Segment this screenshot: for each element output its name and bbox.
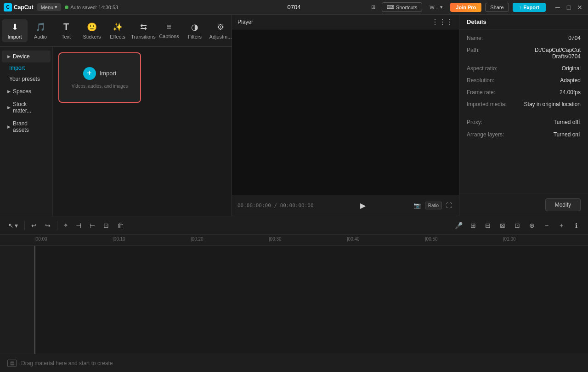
delete-button[interactable]: 🗑 bbox=[114, 220, 126, 231]
join-pro-button[interactable]: Join Pro bbox=[450, 3, 481, 12]
proxy-info-icon[interactable]: ℹ bbox=[578, 118, 581, 125]
timecode-current: 00:00:00:00 bbox=[237, 203, 271, 209]
timeline-info-button[interactable]: ℹ bbox=[570, 219, 582, 232]
player-menu-icon[interactable]: ⋮⋮⋮ bbox=[431, 17, 453, 26]
sidebar-section-brand: ▶ Brand assets bbox=[0, 118, 52, 136]
effects-icon: ✨ bbox=[113, 22, 123, 32]
import-plus-icon: + bbox=[83, 67, 96, 80]
ruler-mark-60: |01:00 bbox=[503, 237, 516, 242]
tab-adjustments[interactable]: ⚙ Adjustm... bbox=[208, 19, 232, 42]
trim-left-button[interactable]: ⊣ bbox=[73, 220, 84, 231]
sidebar-sub-import[interactable]: Import bbox=[0, 62, 52, 73]
timeline-mode-5-button[interactable]: ⊕ bbox=[526, 219, 538, 232]
proxy-label-val: Proxy: Turned off bbox=[467, 119, 578, 125]
detail-value-proxy: Turned off bbox=[508, 119, 578, 125]
fullscreen-button[interactable]: ⛶ bbox=[445, 201, 453, 210]
timeline-mode-4-button[interactable]: ⊡ bbox=[511, 219, 524, 232]
select-tool-button[interactable]: ↖ ▾ bbox=[6, 220, 21, 231]
details-header: Details bbox=[459, 15, 588, 29]
cursor-icon: ↖ bbox=[8, 222, 14, 229]
sidebar-item-spaces[interactable]: ▶ Spaces bbox=[2, 85, 51, 97]
window-controls: ─ □ ✕ bbox=[553, 3, 584, 12]
timecode-separator: / bbox=[274, 203, 280, 209]
project-title: 0704 bbox=[288, 4, 301, 11]
player-panel: Player ⋮⋮⋮ 00:00:00:00 / 00:00:00:00 ▶ 📷… bbox=[232, 15, 459, 216]
split-button[interactable]: ⌖ bbox=[61, 220, 70, 231]
detail-row-imported: Imported media: Stay in original locatio… bbox=[467, 101, 581, 107]
workspace-button[interactable]: W... ▾ bbox=[426, 3, 447, 11]
maximize-button[interactable]: □ bbox=[564, 3, 573, 12]
share-button[interactable]: Share bbox=[485, 3, 509, 12]
layout-button[interactable]: ⊞ bbox=[368, 3, 378, 11]
close-button[interactable]: ✕ bbox=[575, 3, 584, 12]
detail-row-arrange: Arrange layers: Turned on ℹ bbox=[467, 131, 581, 138]
ratio-button[interactable]: Ratio bbox=[425, 202, 442, 209]
detail-label-imported: Imported media: bbox=[467, 101, 508, 107]
detail-label-framerate: Frame rate: bbox=[467, 89, 508, 96]
play-button[interactable]: ▶ bbox=[356, 199, 369, 212]
details-title: Details bbox=[467, 18, 486, 25]
tab-stickers[interactable]: 🙂 Stickers bbox=[79, 19, 105, 42]
trim-right-button[interactable]: ⊢ bbox=[87, 220, 98, 231]
player-timecode: 00:00:00:00 / 00:00:00:00 bbox=[237, 203, 314, 209]
sidebar-section-spaces: ▶ Spaces bbox=[0, 85, 52, 97]
sidebar-item-brand[interactable]: ▶ Brand assets bbox=[2, 118, 51, 136]
chevron-down-icon: ▾ bbox=[55, 4, 57, 10]
tab-captions[interactable]: ≡ Captions bbox=[156, 19, 182, 42]
detail-row-name: Name: 0704 bbox=[467, 35, 581, 41]
track-labels bbox=[0, 246, 34, 372]
tab-stickers-label: Stickers bbox=[83, 34, 101, 39]
detail-value-imported: Stay in original location bbox=[508, 101, 581, 107]
timeline-mode-1-button[interactable]: ⊞ bbox=[467, 219, 480, 232]
details-content: Name: 0704 Path: D:/CapCut/CapCut Drafts… bbox=[459, 29, 588, 193]
tab-transitions[interactable]: ⇆ Transitions bbox=[130, 19, 156, 42]
sidebar-section-device: ▶ Device Import Your presets bbox=[0, 51, 52, 85]
detail-label-name: Name: bbox=[467, 35, 508, 41]
sidebar-item-device[interactable]: ▶ Device bbox=[2, 51, 51, 62]
timeline-zoom-out-button[interactable]: − bbox=[540, 219, 553, 232]
microphone-button[interactable]: 🎤 bbox=[452, 219, 465, 232]
modify-button[interactable]: Modify bbox=[545, 198, 581, 211]
detail-value-name: 0704 bbox=[508, 35, 581, 41]
menu-label: Menu bbox=[41, 5, 54, 10]
timeline-mode-3-button[interactable]: ⊠ bbox=[496, 219, 509, 232]
redo-button[interactable]: ↪ bbox=[42, 220, 53, 231]
select-chevron-icon: ▾ bbox=[15, 222, 18, 229]
timeline-right-controls: 🎤 ⊞ ⊟ ⊠ ⊡ ⊕ − + ℹ bbox=[452, 219, 582, 232]
transitions-icon: ⇆ bbox=[140, 22, 147, 32]
crop-button[interactable]: ⊡ bbox=[101, 220, 112, 231]
timeline-zoom-in-button[interactable]: + bbox=[555, 219, 568, 232]
timeline-mode-2-button[interactable]: ⊟ bbox=[481, 219, 494, 232]
chevron-right-icon: ▶ bbox=[7, 89, 11, 94]
keyboard-icon: ⌨ bbox=[387, 4, 394, 10]
detail-value-framerate: 24.00fps bbox=[508, 89, 581, 96]
drag-icon: ▤ bbox=[7, 360, 17, 367]
tab-audio[interactable]: 🎵 Audio bbox=[28, 19, 53, 42]
import-card[interactable]: + Import Videos, audios, and images bbox=[58, 52, 141, 103]
export-button[interactable]: ↑ Export bbox=[513, 3, 546, 12]
filters-icon: ◑ bbox=[191, 22, 198, 32]
detail-value-resolution: Adapted bbox=[508, 77, 581, 84]
tab-effects[interactable]: ✨ Effects bbox=[105, 19, 130, 42]
tab-adjustments-label: Adjustm... bbox=[209, 34, 232, 39]
drag-hint-text: Drag material here and start to create bbox=[21, 360, 113, 366]
undo-button[interactable]: ↩ bbox=[28, 220, 40, 231]
ruler-mark-50: |00:50 bbox=[425, 237, 438, 242]
chevron-down-icon: ▾ bbox=[440, 4, 443, 10]
tab-import[interactable]: ⬇ Import bbox=[2, 19, 28, 42]
shortcuts-button[interactable]: ⌨ Shortcuts bbox=[382, 2, 422, 12]
tab-filters[interactable]: ◑ Filters bbox=[182, 19, 208, 42]
arrange-info-icon[interactable]: ℹ bbox=[578, 131, 581, 138]
screenshot-button[interactable]: 📷 bbox=[412, 201, 422, 210]
timeline-ruler: |00:00 |00:10 |00:20 |00:30 |00:40 |00:5… bbox=[0, 235, 588, 246]
timecode-total: 00:00:00:00 bbox=[280, 203, 314, 209]
menu-button[interactable]: Menu ▾ bbox=[37, 3, 62, 11]
drag-hint: ▤ Drag material here and start to create bbox=[0, 354, 588, 372]
timeline-tracks bbox=[0, 246, 588, 372]
chevron-right-icon: ▶ bbox=[7, 54, 11, 59]
sidebar-sub-presets[interactable]: Your presets bbox=[0, 73, 52, 85]
sidebar-item-stock[interactable]: ▶ Stock mater... bbox=[2, 98, 51, 117]
minimize-button[interactable]: ─ bbox=[553, 3, 562, 12]
detail-row-aspect: Aspect ratio: Original bbox=[467, 65, 581, 72]
tab-text[interactable]: T Text bbox=[53, 19, 79, 42]
